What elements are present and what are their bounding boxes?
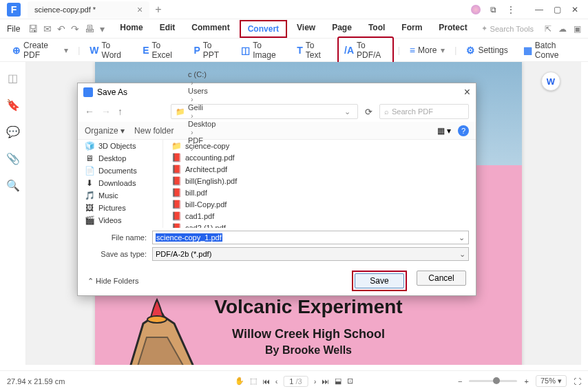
attachment-icon[interactable]: 📎 bbox=[6, 152, 20, 165]
file-item[interactable]: 📕accounting.pdf bbox=[163, 151, 476, 163]
file-item[interactable]: 📕cad2 (1).pdf bbox=[163, 222, 476, 228]
to-text-button[interactable]: TTo Text bbox=[291, 38, 333, 63]
sidebar-item[interactable]: 🧊3D Objects bbox=[78, 140, 162, 152]
filename-input[interactable]: science-copy_1.pdf⌄ bbox=[152, 231, 469, 244]
word-badge-icon[interactable]: W bbox=[541, 72, 560, 91]
help-icon[interactable]: ? bbox=[458, 125, 469, 136]
file-item[interactable]: 📁science-copy bbox=[163, 140, 476, 151]
new-folder-button[interactable]: New folder bbox=[134, 126, 174, 136]
savetype-label: Save as type: bbox=[85, 250, 147, 258]
page-input[interactable]: 1 /3 bbox=[283, 376, 308, 387]
menu-convert[interactable]: Convert bbox=[240, 20, 287, 38]
breadcrumb-segment[interactable]: Geili bbox=[188, 103, 216, 112]
filename-dropdown-icon[interactable]: ⌄ bbox=[458, 233, 465, 242]
breadcrumb[interactable]: 📁 c (C:)›Users›Geili›Desktop›PDF› ⌄ bbox=[171, 104, 358, 119]
next-page-icon[interactable]: › bbox=[314, 377, 317, 385]
file-item[interactable]: 📕cad1.pdf bbox=[163, 210, 476, 222]
more-icon: ≡ bbox=[410, 45, 415, 56]
mail-icon[interactable]: ✉ bbox=[43, 23, 52, 34]
maximize-icon[interactable]: ▢ bbox=[552, 5, 562, 14]
breadcrumb-segment[interactable]: Users bbox=[188, 87, 216, 95]
search-panel-icon[interactable]: 🔍 bbox=[6, 179, 20, 192]
more-button[interactable]: ≡More▾ bbox=[404, 42, 451, 59]
view-options-icon[interactable]: ▦ ▾ bbox=[437, 126, 451, 136]
collapse-icon[interactable]: ▣ bbox=[574, 24, 581, 34]
avatar-icon[interactable] bbox=[471, 5, 481, 14]
close-tab-icon[interactable]: × bbox=[137, 4, 143, 15]
sidebar-item[interactable]: 📄Documents bbox=[78, 165, 162, 177]
batch-convert-button[interactable]: ▦Batch Conve bbox=[518, 38, 581, 63]
to-image-button[interactable]: ◫To Image bbox=[235, 38, 287, 63]
hand-tool-icon[interactable]: ✋ bbox=[235, 377, 244, 385]
save-icon[interactable]: 🖫 bbox=[28, 23, 38, 34]
file-menu[interactable]: File bbox=[7, 24, 20, 34]
document-tab[interactable]: science-copy.pdf * × bbox=[28, 1, 149, 18]
file-item[interactable]: 📕Architect.pdf bbox=[163, 163, 476, 175]
to-excel-button[interactable]: ETo Excel bbox=[137, 38, 184, 63]
sidebar-item[interactable]: 🎵Music bbox=[78, 189, 162, 202]
fullscreen-icon[interactable]: ⛶ bbox=[574, 377, 581, 385]
create-pdf-button[interactable]: ⊕Create PDF▾ bbox=[7, 38, 74, 63]
select-tool-icon[interactable]: ⬚ bbox=[250, 377, 257, 385]
fit-page-icon[interactable]: ⊡ bbox=[347, 377, 353, 385]
organize-button[interactable]: Organize ▾ bbox=[85, 126, 125, 136]
sidebar-item[interactable]: ⬇Downloads bbox=[78, 177, 162, 189]
cancel-button[interactable]: Cancel bbox=[417, 271, 466, 286]
dropdown-icon[interactable]: ▾ bbox=[100, 23, 105, 34]
search-tools[interactable]: ✦ Search Tools bbox=[481, 24, 534, 33]
minimize-icon[interactable]: — bbox=[534, 5, 544, 14]
sidebar-item[interactable]: 🖼Pictures bbox=[78, 202, 162, 214]
menu-edit[interactable]: Edit bbox=[153, 20, 182, 38]
hide-folders-toggle[interactable]: ⌃ Hide Folders bbox=[87, 277, 138, 286]
menubar-right-icons: ⇱ ☁ ▣ bbox=[545, 24, 581, 34]
print-icon[interactable]: 🖶 bbox=[85, 23, 94, 34]
file-item[interactable]: 📕bill.pdf bbox=[163, 187, 476, 198]
dialog-search[interactable]: ⌕ Search PDF bbox=[379, 104, 469, 119]
save-button[interactable]: Save bbox=[355, 273, 404, 288]
file-item[interactable]: 📕bill(English).pdf bbox=[163, 175, 476, 187]
external-link-icon[interactable]: ⇱ bbox=[545, 24, 552, 34]
refresh-icon[interactable]: ⟳ bbox=[365, 107, 372, 117]
sidebar-item[interactable]: 🎬Videos bbox=[78, 214, 162, 226]
savetype-dropdown-icon[interactable]: ⌄ bbox=[459, 250, 465, 259]
zoom-value[interactable]: 75% ▾ bbox=[536, 375, 567, 387]
cloud-icon[interactable]: ☁ bbox=[558, 24, 567, 34]
to-word-button[interactable]: WTo Word bbox=[84, 38, 133, 63]
savetype-select[interactable]: PDF/A-2b (*.pdf)⌄ bbox=[152, 247, 469, 261]
menu-comment[interactable]: Comment bbox=[185, 20, 236, 38]
settings-button[interactable]: ⚙Settings bbox=[461, 42, 513, 59]
breadcrumb-dropdown-icon[interactable]: ⌄ bbox=[342, 107, 353, 116]
thumbnails-icon[interactable]: ◫ bbox=[8, 72, 18, 85]
zoom-in-icon[interactable]: + bbox=[524, 377, 528, 385]
sidebar-item[interactable]: 🖥Desktop bbox=[78, 152, 162, 165]
zoom-slider[interactable] bbox=[469, 380, 517, 382]
fit-width-icon[interactable]: ⬓ bbox=[335, 377, 342, 385]
dialog-close-icon[interactable]: × bbox=[464, 86, 470, 98]
menu-view[interactable]: View bbox=[290, 20, 322, 38]
zoom-out-icon[interactable]: − bbox=[458, 377, 462, 385]
to-ppt-button[interactable]: PTo PPT bbox=[188, 38, 231, 63]
menu-form[interactable]: Form bbox=[395, 20, 429, 38]
file-item[interactable]: 📕bill-Copy.pdf bbox=[163, 198, 476, 210]
kebab-icon[interactable]: ⋮ bbox=[505, 5, 516, 14]
comment-icon[interactable]: 💬 bbox=[6, 125, 20, 138]
last-page-icon[interactable]: ⏭ bbox=[322, 377, 329, 385]
menu-home[interactable]: Home bbox=[113, 20, 149, 38]
menu-page[interactable]: Page bbox=[325, 20, 359, 38]
share-icon[interactable]: ⧉ bbox=[487, 5, 498, 14]
breadcrumb-segment[interactable]: c (C:) bbox=[188, 70, 216, 78]
undo-icon[interactable]: ↶ bbox=[57, 23, 65, 34]
redo-icon[interactable]: ↷ bbox=[71, 23, 79, 34]
nav-up-icon[interactable]: ↑ bbox=[118, 106, 123, 117]
close-window-icon[interactable]: ✕ bbox=[570, 5, 580, 14]
menu-tool[interactable]: Tool bbox=[361, 20, 392, 38]
prev-page-icon[interactable]: ‹ bbox=[275, 377, 278, 385]
menu-protect[interactable]: Protect bbox=[432, 20, 474, 38]
nav-forward-icon[interactable]: → bbox=[101, 106, 111, 117]
nav-back-icon[interactable]: ← bbox=[85, 106, 94, 117]
add-tab-icon[interactable]: + bbox=[155, 3, 161, 16]
bookmark-icon[interactable]: 🔖 bbox=[6, 98, 20, 112]
breadcrumb-segment[interactable]: Desktop bbox=[188, 120, 216, 128]
to-pdfa-button[interactable]: /ATo PDF/A bbox=[337, 36, 394, 64]
first-page-icon[interactable]: ⏮ bbox=[262, 377, 270, 385]
